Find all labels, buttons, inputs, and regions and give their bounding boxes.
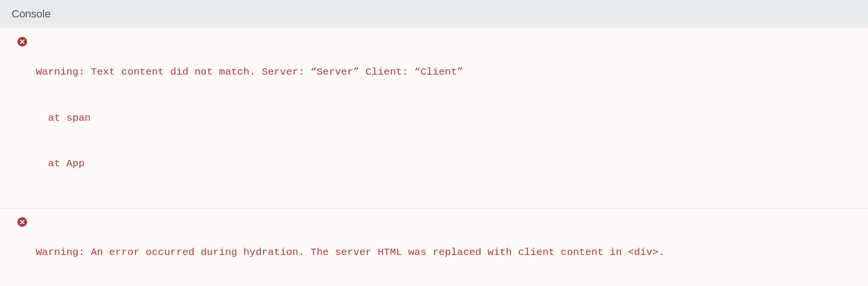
error-icon: [17, 37, 27, 47]
entry-content: Warning: An error occurred during hydrat…: [36, 214, 856, 286]
entry-content: Warning: Text content did not match. Ser…: [36, 34, 856, 202]
entry-message: Warning: An error occurred during hydrat…: [36, 245, 856, 260]
console-body: Warning: Text content did not match. Ser…: [0, 28, 868, 286]
console-entry[interactable]: Warning: Text content did not match. Ser…: [0, 28, 868, 208]
error-icon: [17, 217, 27, 227]
entry-stack-line: at App: [36, 156, 856, 172]
console-entry[interactable]: Warning: An error occurred during hydrat…: [0, 208, 868, 286]
console-header: Console: [0, 0, 868, 28]
entry-stack-line: at span: [36, 111, 856, 126]
entry-message: Warning: Text content did not match. Ser…: [36, 64, 856, 80]
console-title: Console: [12, 8, 51, 20]
